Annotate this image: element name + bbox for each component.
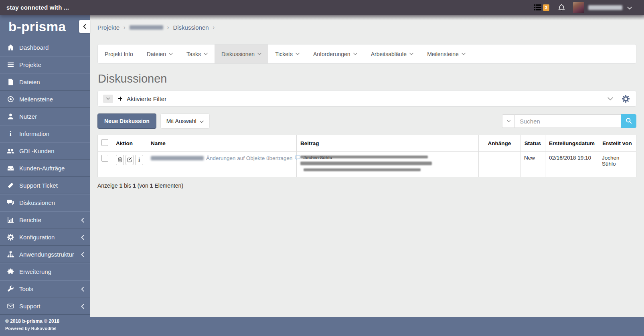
trash-icon (117, 157, 123, 164)
filter-bar-actions (608, 95, 631, 103)
row-name-cell: Änderungen auf Objekte übertragen Jochen… (147, 152, 297, 177)
row-checkbox[interactable] (101, 155, 108, 162)
tab-label: Meilensteine (427, 51, 459, 57)
chevron-left-icon (81, 304, 84, 309)
tab-tickets[interactable]: Tickets (268, 45, 306, 63)
with-selection-label: Mit Auswahl (166, 118, 196, 124)
sidebar-item-diskussionen[interactable]: Diskussionen (0, 194, 90, 211)
column-header-anhaenge: Anhänge (479, 135, 520, 152)
sidebar-item-label: Support (19, 303, 81, 310)
row-status-cell: New (520, 152, 545, 177)
user-icon (6, 113, 14, 120)
info-button[interactable]: i (135, 155, 143, 165)
info-icon: i (6, 130, 14, 138)
pagination-summary: Anzeige 1 bis 1 (von 1 Elementen) (97, 182, 636, 189)
sidebar-item-kunden-auftraege[interactable]: Kunden-Aufträge (0, 160, 90, 177)
sidebar-item-information[interactable]: i Information (0, 125, 90, 142)
sidebar-item-label: Support Ticket (19, 182, 84, 189)
select-all-header (98, 135, 112, 152)
select-all-checkbox[interactable] (101, 139, 108, 146)
breadcrumb-separator: › (167, 24, 169, 30)
column-header-status: Status (520, 135, 545, 152)
discussion-link[interactable]: Änderungen auf Objekte übertragen (206, 155, 292, 161)
brand-logo[interactable]: b-prisma (0, 15, 90, 39)
gear-icon[interactable] (622, 95, 630, 103)
page-title: Diskussionen (98, 72, 636, 85)
sidebar-item-support-ticket[interactable]: Support Ticket (0, 177, 90, 194)
breadcrumb-project-redacted[interactable] (130, 25, 163, 30)
tab-label: Anforderungen (313, 51, 350, 57)
sidebar-item-support[interactable]: Support (0, 298, 90, 315)
tab-label: Diskussionen (221, 51, 255, 57)
chevron-down-icon (257, 53, 261, 55)
tab-anforderungen[interactable]: Anforderungen (306, 45, 364, 63)
sidebar-item-meilensteine[interactable]: Meilensteine (0, 91, 90, 108)
tab-projekt-info[interactable]: Projekt Info (98, 45, 140, 63)
with-selection-button[interactable]: Mit Auswahl (160, 113, 210, 129)
envelope-icon (6, 303, 14, 310)
puzzle-icon (6, 268, 14, 275)
tab-label: Tickets (275, 51, 293, 57)
tab-meilensteine[interactable]: Meilensteine (420, 45, 472, 63)
delete-button[interactable] (116, 155, 124, 165)
table-header-row: Aktion Name Beitrag Anhänge Status Erste… (98, 135, 636, 152)
sidebar-item-label: Diskussionen (19, 199, 84, 206)
search-button[interactable] (621, 114, 636, 128)
home-icon (6, 44, 14, 51)
breadcrumb-separator: › (213, 24, 215, 30)
sidebar-item-erweiterung[interactable]: Erweiterung (0, 263, 90, 280)
tab-dateien[interactable]: Dateien (140, 45, 180, 63)
filter-collapse-button[interactable] (103, 95, 113, 103)
new-discussion-button[interactable]: Neue Diskussion (97, 113, 156, 129)
sidebar-item-label: Anwendungsstruktur (19, 251, 81, 258)
bell-icon[interactable] (558, 4, 565, 11)
chevron-left-icon (81, 287, 84, 291)
sidebar-item-tools[interactable]: Tools (0, 280, 90, 298)
breadcrumb: Projekte › › Diskussionen › (90, 15, 644, 40)
search-input[interactable] (515, 114, 621, 128)
column-header-erstellungsdatum: Erstellungsdatum (545, 135, 598, 152)
breadcrumb-separator: › (124, 24, 126, 30)
project-tabs: Projekt Info Dateien Tasks Diskussionen … (97, 44, 636, 64)
table-row: i Änderungen auf Objekte übertragen Joch… (98, 152, 636, 177)
bullseye-icon (6, 96, 14, 103)
sidebar-item-konfiguration[interactable]: Konfiguration (0, 229, 90, 246)
edit-button[interactable] (126, 155, 134, 165)
chevron-down-icon (200, 118, 204, 124)
tab-diskussionen[interactable]: Diskussionen (215, 45, 268, 63)
sidebar-item-berichte[interactable]: Berichte (0, 211, 90, 229)
powered-by-text: Powered by Rukovoditel (5, 326, 59, 331)
column-header-aktion: Aktion (112, 135, 147, 152)
sidebar-item-label: Dashboard (19, 44, 84, 51)
sidebar-item-dateien[interactable]: Dateien (0, 73, 90, 91)
sidebar-item-label: Tools (19, 285, 81, 292)
wrench-icon (6, 285, 14, 293)
sidebar-item-anwendungsstruktur[interactable]: Anwendungsstruktur (0, 246, 90, 263)
row-beitrag-cell (297, 152, 479, 177)
chevron-down-icon (296, 53, 300, 55)
sidebar-item-nutzer[interactable]: Nutzer (0, 108, 90, 125)
chevron-left-icon (81, 218, 84, 223)
sidebar-item-dashboard[interactable]: Dashboard (0, 39, 90, 56)
discussions-table: Aktion Name Beitrag Anhänge Status Erste… (97, 135, 636, 177)
add-filter-icon[interactable] (118, 96, 123, 101)
file-icon (6, 79, 14, 86)
search-options-dropdown[interactable] (502, 114, 515, 128)
sidebar-item-label: Information (19, 130, 84, 137)
tab-arbeitsablaeufe[interactable]: Arbeitsabläufe (364, 45, 421, 63)
breadcrumb-projekte[interactable]: Projekte (97, 24, 119, 31)
sidebar-item-projekte[interactable]: Projekte (0, 56, 90, 73)
chevron-down-icon[interactable] (627, 4, 632, 11)
th-list-icon[interactable] (534, 4, 541, 10)
sidebar-item-gdl-kunden[interactable]: GDL-Kunden (0, 142, 90, 160)
avatar[interactable] (573, 2, 584, 13)
chevron-left-icon (81, 235, 84, 240)
breadcrumb-diskussionen[interactable]: Diskussionen (173, 24, 209, 31)
notification-count-badge[interactable]: 3 (543, 4, 549, 11)
sidebar-collapse-button[interactable] (79, 20, 90, 33)
tab-tasks[interactable]: Tasks (180, 45, 215, 63)
gear-icon (6, 234, 14, 241)
chevron-down-icon[interactable] (608, 97, 613, 101)
page-body: Projekt Info Dateien Tasks Diskussionen … (90, 44, 644, 189)
name-redacted-text (151, 156, 204, 160)
